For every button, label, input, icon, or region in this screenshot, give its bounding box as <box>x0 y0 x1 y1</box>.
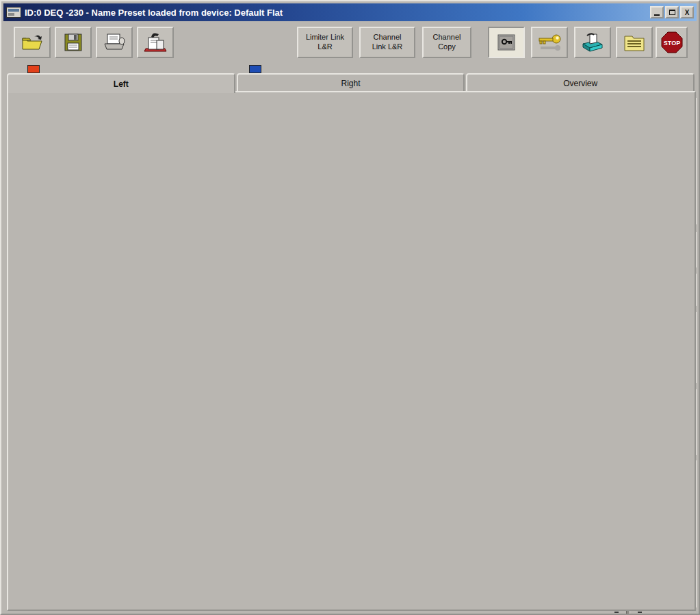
print-export-button[interactable] <box>137 27 174 58</box>
stop-button[interactable]: STOP <box>656 27 688 58</box>
stop-icon: STOP <box>660 31 684 54</box>
open-folder-icon <box>21 32 44 53</box>
stop-label: STOP <box>663 40 679 47</box>
save-button[interactable] <box>55 27 92 58</box>
open-file-button[interactable] <box>14 27 51 58</box>
channel-indicator-right <box>249 65 261 73</box>
preset-notes-button[interactable] <box>616 27 653 58</box>
title-bar: ID:0 DEQ -230 - Name Preset loaded from … <box>3 3 697 21</box>
limiter-link-button[interactable]: Limiter Link L&R <box>297 27 353 58</box>
device-transfer-icon <box>580 31 605 53</box>
app-icon <box>6 7 21 18</box>
tab-strip: LeftRightOverview <box>7 73 696 92</box>
maximize-icon <box>669 10 675 15</box>
minimize-icon <box>654 14 660 16</box>
print-button[interactable] <box>96 27 133 58</box>
key-lock-icon <box>496 33 517 52</box>
tab-left[interactable]: Left <box>7 73 235 93</box>
gold-key-icon <box>536 32 562 53</box>
floppy-disk-icon <box>63 32 83 53</box>
transfer-device-button[interactable] <box>574 27 611 58</box>
tab-right[interactable]: Right <box>237 73 465 92</box>
tab-overview[interactable]: Overview <box>466 73 695 92</box>
main-panel <box>7 91 696 611</box>
password-key-button[interactable] <box>531 27 568 58</box>
notes-folder-icon <box>623 32 646 53</box>
printer-pen-icon <box>143 31 168 54</box>
app-window: ID:0 DEQ -230 - Name Preset loaded from … <box>0 0 700 615</box>
printer-icon <box>102 31 127 53</box>
key-lock-button[interactable] <box>488 27 525 58</box>
channel-indicator-left <box>27 65 40 73</box>
close-button[interactable]: X <box>680 6 694 18</box>
window-title: ID:0 DEQ -230 - Name Preset loaded from … <box>25 8 283 18</box>
minimize-button[interactable] <box>650 6 664 18</box>
channel-copy-button[interactable]: Channel Copy <box>422 27 471 58</box>
channel-link-button[interactable]: Channel Link L&R <box>359 27 415 58</box>
maximize-button[interactable] <box>665 6 679 18</box>
